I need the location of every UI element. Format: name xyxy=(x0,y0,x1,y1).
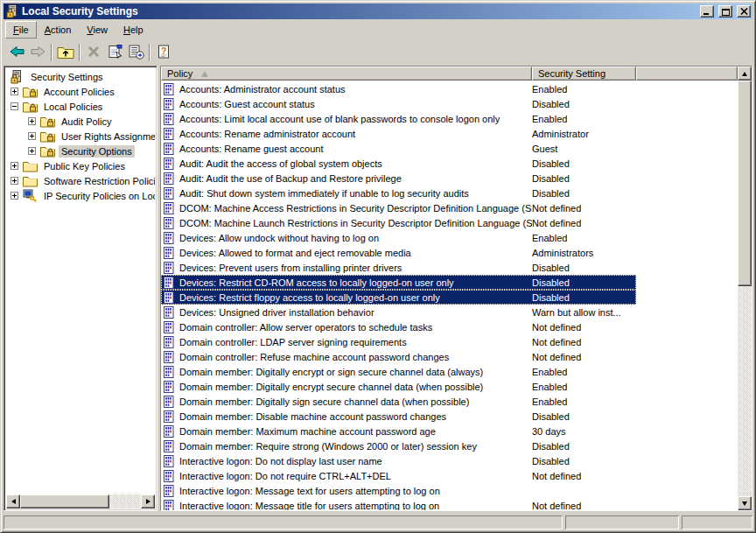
console-main-area: Security SettingsAccount PoliciesLocal P… xyxy=(4,66,752,511)
tree-item-audit-policy[interactable]: Audit Policy xyxy=(6,114,155,129)
policy-row[interactable]: Accounts: Administrator account statusEn… xyxy=(161,81,738,96)
policy-name: Interactive logon: Message title for use… xyxy=(179,501,439,511)
policy-row[interactable]: Domain member: Digitally sign secure cha… xyxy=(161,394,738,409)
folder-icon xyxy=(23,159,38,173)
policy-row[interactable]: Interactive logon: Message title for use… xyxy=(161,498,738,510)
tree-item-account-policies[interactable]: Account Policies xyxy=(6,84,155,99)
tree-horizontal-scrollbar[interactable] xyxy=(6,494,155,508)
folder-lock-icon xyxy=(40,115,55,129)
tree-item-security-settings[interactable]: Security Settings xyxy=(6,69,155,84)
horizontal-scrollbar-track[interactable] xyxy=(109,494,141,508)
column-header-security-setting[interactable]: Security Setting xyxy=(532,67,636,81)
policy-row[interactable]: Accounts: Guest account statusDisabled xyxy=(161,96,738,111)
policy-row[interactable]: Domain controller: Allow server operator… xyxy=(161,319,738,334)
tree-item-user-rights-assignmen[interactable]: User Rights Assignmen xyxy=(6,129,155,144)
vertical-scrollbar-thumb[interactable] xyxy=(738,81,752,286)
policy-row[interactable]: Domain member: Digitally encrypt secure … xyxy=(161,379,738,394)
properties-icon xyxy=(106,45,123,61)
policy-row[interactable]: Domain controller: LDAP server signing r… xyxy=(161,334,738,349)
policy-icon xyxy=(163,485,175,497)
properties-button[interactable] xyxy=(104,42,125,63)
horizontal-scrollbar-thumb[interactable] xyxy=(20,494,109,508)
window-title: Local Security Settings xyxy=(22,5,696,18)
policy-row[interactable]: DCOM: Machine Launch Restrictions in Sec… xyxy=(161,215,738,230)
column-header-policy[interactable]: Policy xyxy=(161,67,532,81)
export-list-button[interactable] xyxy=(125,42,146,63)
policy-row[interactable]: Audit: Audit the use of Backup and Resto… xyxy=(161,171,738,186)
policy-row[interactable]: Accounts: Limit local account use of bla… xyxy=(161,111,738,126)
policy-cell: Domain member: Maximum machine account p… xyxy=(161,425,532,438)
policy-icon xyxy=(163,143,175,155)
security-setting-value: Enabled xyxy=(532,114,636,124)
policy-row[interactable]: Accounts: Rename administrator accountAd… xyxy=(161,126,738,141)
vertical-scrollbar-track[interactable] xyxy=(738,286,752,496)
scroll-left-button[interactable] xyxy=(6,494,20,508)
menu-item-file[interactable]: File xyxy=(5,21,37,39)
scroll-down-button[interactable] xyxy=(738,496,752,510)
policy-name: Accounts: Rename guest account xyxy=(179,144,323,154)
policy-icon xyxy=(163,98,175,110)
policy-cell: Domain member: Require strong (Windows 2… xyxy=(161,440,532,452)
menu-item-view[interactable]: View xyxy=(79,21,116,39)
menu-item-action[interactable]: Action xyxy=(37,21,80,39)
plus-expander-icon[interactable] xyxy=(28,147,36,155)
policy-row[interactable]: Devices: Restrict CD-ROM access to local… xyxy=(161,275,738,290)
plus-expander-icon[interactable] xyxy=(10,162,18,170)
close-button[interactable] xyxy=(737,5,751,18)
tree-item-security-options[interactable]: Security Options xyxy=(6,144,155,158)
plus-expander-icon[interactable] xyxy=(10,177,18,185)
tree-item-label: Public Key Policies xyxy=(41,160,128,172)
policy-row[interactable]: Domain member: Digitally encrypt or sign… xyxy=(161,364,738,379)
tree-item-local-policies[interactable]: Local Policies xyxy=(6,99,155,114)
policy-row[interactable]: Interactive logon: Do not require CTRL+A… xyxy=(161,468,738,483)
scroll-right-button[interactable] xyxy=(141,494,155,508)
policy-row[interactable]: Domain member: Disable machine account p… xyxy=(161,409,738,424)
policy-cell: Devices: Allowed to format and eject rem… xyxy=(161,247,532,259)
policy-row[interactable]: Domain controller: Refuse machine accoun… xyxy=(161,349,738,364)
policy-row-main: Devices: Restrict floppy access to local… xyxy=(161,290,636,305)
policy-cell: Domain member: Digitally encrypt secure … xyxy=(161,381,532,393)
policy-row[interactable]: Devices: Allowed to format and eject rem… xyxy=(161,245,738,260)
maximize-button[interactable] xyxy=(718,5,732,18)
policy-name: Domain member: Disable machine account p… xyxy=(179,411,446,422)
policy-row[interactable]: Interactive logon: Message text for user… xyxy=(161,483,738,498)
policy-row[interactable]: Domain member: Require strong (Windows 2… xyxy=(161,438,738,453)
plus-expander-icon[interactable] xyxy=(10,88,18,95)
tree-item-label: Audit Policy xyxy=(59,116,114,128)
back-button[interactable] xyxy=(6,42,27,63)
policy-row[interactable]: DCOM: Machine Access Restrictions in Sec… xyxy=(161,200,738,215)
help-button[interactable]: ? xyxy=(153,42,174,63)
policy-name: Devices: Allowed to format and eject rem… xyxy=(179,248,411,258)
policy-name: Domain controller: LDAP server signing r… xyxy=(179,337,407,347)
tree-item-ip-security-policies-on-loca[interactable]: IP Security Policies on Loca xyxy=(6,188,155,203)
policy-name: Devices: Restrict CD-ROM access to local… xyxy=(179,277,454,288)
policy-row[interactable]: Domain member: Maximum machine account p… xyxy=(161,424,738,438)
scroll-up-button[interactable] xyxy=(738,67,752,81)
tree-item-software-restriction-policie[interactable]: Software Restriction Policie xyxy=(6,173,155,188)
policy-row[interactable]: Devices: Unsigned driver installation be… xyxy=(161,305,738,319)
policy-row[interactable]: Audit: Shut down system immediately if u… xyxy=(161,186,738,200)
policy-row[interactable]: Interactive logon: Do not display last u… xyxy=(161,453,738,468)
policy-icon xyxy=(163,440,175,452)
title-bar[interactable]: Local Security Settings xyxy=(4,4,752,19)
policy-row[interactable]: Devices: Prevent users from installing p… xyxy=(161,260,738,275)
tree-item-public-key-policies[interactable]: Public Key Policies xyxy=(6,158,155,173)
policy-icon xyxy=(163,396,175,408)
list-vertical-scrollbar[interactable] xyxy=(738,67,752,510)
up-one-level-button[interactable] xyxy=(55,42,76,63)
plus-expander-icon[interactable] xyxy=(10,192,18,200)
plus-expander-icon[interactable] xyxy=(28,132,36,140)
security-setting-value: Not defined xyxy=(532,203,636,214)
policy-row[interactable]: Audit: Audit the access of global system… xyxy=(161,156,738,171)
policy-icon xyxy=(163,232,175,244)
policy-row[interactable]: Devices: Allow undock without having to … xyxy=(161,230,738,245)
policy-row[interactable]: Devices: Restrict floppy access to local… xyxy=(161,290,738,305)
security-setting-value: Not defined xyxy=(532,218,636,228)
menu-item-help[interactable]: Help xyxy=(116,21,151,39)
minimize-button[interactable] xyxy=(700,5,714,18)
policy-row-main: Domain controller: LDAP server signing r… xyxy=(161,334,636,349)
plus-expander-icon[interactable] xyxy=(28,117,36,125)
policy-row[interactable]: Accounts: Rename guest accountGuest xyxy=(161,141,738,156)
arrow-right-icon xyxy=(146,499,150,504)
minus-expander-icon[interactable] xyxy=(10,102,18,110)
